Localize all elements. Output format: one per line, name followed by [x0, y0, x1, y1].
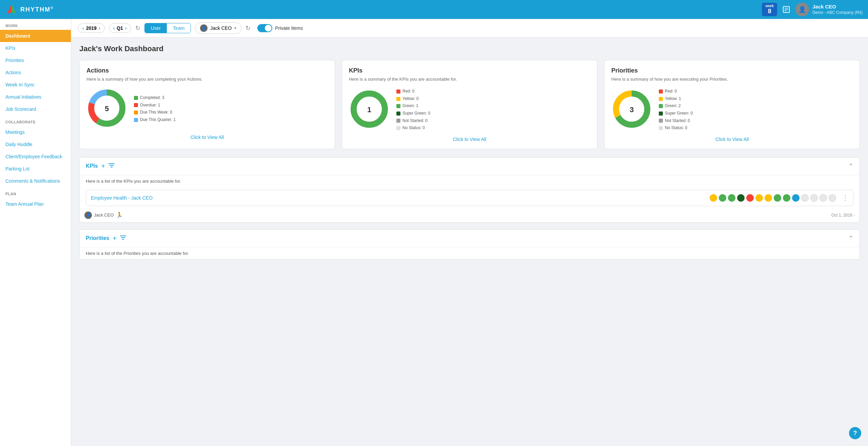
- kpi-dot-14: [829, 194, 836, 202]
- sidebar-item-client-feedback[interactable]: Client/Employee Feedback: [0, 150, 71, 163]
- notes-icon-button[interactable]: [781, 4, 791, 15]
- kpis-section-title: KPIs: [86, 163, 98, 169]
- quarter-prev-arrow[interactable]: ‹: [113, 25, 115, 31]
- actions-card-title: Actions: [86, 67, 328, 74]
- sidebar: WORK Dashboard KPIs Priorities Actions W…: [0, 19, 71, 446]
- help-button[interactable]: ?: [849, 427, 861, 439]
- priorities-card-content: 3 Red: 0 Yellow: 1 Green: 2 Super Green:…: [611, 88, 853, 132]
- priorities-section-header: Priorities + ⌃: [80, 230, 860, 247]
- kpi-dot-12: [810, 194, 818, 202]
- kpi-dot-7: [765, 194, 772, 202]
- user-select-label: Jack CEO: [210, 25, 232, 31]
- app-layout: WORK Dashboard KPIs Priorities Actions W…: [0, 19, 868, 446]
- year-prev-arrow[interactable]: ‹: [82, 25, 84, 31]
- priorities-card-desc: Here is a summary of how you are executi…: [611, 76, 853, 82]
- kpi-dot-4: [737, 194, 745, 202]
- user-info: 👤 Jack CEO Demo - ABC Company (R4): [795, 3, 863, 16]
- view-user-button[interactable]: User: [145, 23, 167, 33]
- chevron-down-icon: ▾: [234, 26, 236, 31]
- kpi-dots-employee-health: [710, 194, 836, 202]
- actions-donut: 5: [86, 88, 127, 130]
- sidebar-item-parking-lot[interactable]: Parking Lot: [0, 163, 71, 175]
- quarter-label: Q1: [117, 25, 123, 31]
- refresh-button[interactable]: ↻: [135, 24, 140, 32]
- actions-legend: Completed: 3 Overdue: 1 Due This Week: 0…: [134, 94, 176, 123]
- priorities-view-all-link[interactable]: Click to View All: [611, 137, 853, 142]
- kpi-dot-1: [710, 194, 717, 202]
- sidebar-item-team-annual-plan[interactable]: Team Annual Plan: [0, 198, 71, 210]
- cards-row: Actions Here is a summary of how you are…: [79, 60, 860, 149]
- priorities-legend: Red: 0 Yellow: 1 Green: 2 Super Green: 0…: [659, 88, 693, 132]
- kpis-add-button[interactable]: +: [101, 162, 105, 170]
- sidebar-item-meetings[interactable]: Meetings: [0, 126, 71, 138]
- sidebar-item-priorities[interactable]: Priorities: [0, 54, 71, 66]
- sidebar-item-comments-notifications[interactable]: Comments & Notifications: [0, 175, 71, 187]
- kpi-owner-name: Jack CEO: [94, 212, 114, 218]
- priorities-filter-button[interactable]: [120, 235, 126, 241]
- actions-view-all-link[interactable]: Click to View All: [86, 135, 328, 140]
- actions-card: Actions Here is a summary of how you are…: [79, 60, 335, 149]
- kpi-dot-13: [820, 194, 827, 202]
- kpi-dot-11: [801, 194, 809, 202]
- kpi-owner-row: 👤 Jack CEO 🏃 Oct 1, 2018 -: [80, 211, 860, 222]
- sidebar-item-job-scorecard[interactable]: Job Scorecard: [0, 103, 71, 115]
- main-content: ‹ 2019 › ‹ Q1 › ↻ User Team 👤 Jack CEO ▾…: [71, 19, 868, 446]
- kpi-dot-10: [792, 194, 800, 202]
- kpis-card-title: KPIs: [349, 67, 590, 74]
- private-items-toggle[interactable]: Private Items: [257, 24, 303, 32]
- sidebar-item-daily-huddle[interactable]: Daily Huddle: [0, 138, 71, 150]
- kpi-dot-5: [746, 194, 754, 202]
- kpis-section: KPIs + ⌃ Here is a list of the KPIs you …: [79, 157, 860, 223]
- sidebar-item-actions[interactable]: Actions: [0, 66, 71, 79]
- priorities-collapse-button[interactable]: ⌃: [848, 235, 853, 242]
- kpi-dot-9: [783, 194, 790, 202]
- quarter-next-arrow[interactable]: ›: [125, 25, 127, 31]
- quarter-nav[interactable]: ‹ Q1 ›: [109, 23, 131, 33]
- priorities-section: Priorities + ⌃ Here is a list of the Pri…: [79, 229, 860, 260]
- kpi-more-button[interactable]: ⋮: [842, 194, 848, 202]
- kpis-donut-label: 1: [367, 105, 371, 114]
- priorities-add-button[interactable]: +: [113, 235, 117, 242]
- view-team-button[interactable]: Team: [167, 23, 191, 33]
- toggle-control[interactable]: [257, 24, 272, 32]
- kpi-name-employee-health[interactable]: Employee Health - Jack CEO: [91, 195, 153, 201]
- kpis-collapse-button[interactable]: ⌃: [848, 162, 853, 170]
- rhythm-logo-icon: [5, 3, 18, 16]
- view-toggle: User Team: [144, 23, 191, 33]
- sidebar-item-kpis[interactable]: KPIs: [0, 42, 71, 54]
- priorities-section-title: Priorities: [86, 235, 109, 241]
- user-select-avatar: 👤: [200, 24, 208, 32]
- logo-area: RHYTHM®: [5, 3, 54, 16]
- kpis-view-all-link[interactable]: Click to View All: [349, 137, 590, 142]
- year-label: 2019: [86, 25, 97, 31]
- work-section-label: WORK: [0, 19, 71, 30]
- priorities-card: Priorities Here is a summary of how you …: [604, 60, 860, 149]
- kpis-donut: 1: [349, 89, 390, 131]
- kpis-filter-button[interactable]: [108, 163, 115, 169]
- priorities-donut: 3: [611, 89, 652, 131]
- sidebar-item-week-in-sync[interactable]: Week In Sync: [0, 79, 71, 91]
- priorities-donut-label: 3: [630, 105, 634, 114]
- year-nav[interactable]: ‹ 2019 ›: [78, 23, 105, 33]
- kpi-dot-8: [774, 194, 781, 202]
- actions-donut-label: 5: [105, 104, 109, 113]
- sidebar-item-dashboard[interactable]: Dashboard: [0, 30, 71, 42]
- kpi-row-employee-health: Employee Health - Jack CEO: [86, 190, 853, 206]
- week-badge: week 8: [762, 3, 777, 16]
- kpi-owner-avatar: 👤: [84, 211, 92, 219]
- priorities-card-title: Priorities: [611, 67, 853, 74]
- refresh-button-2[interactable]: ↻: [245, 24, 251, 32]
- priorities-section-desc: Here is a list of the Priorities you are…: [80, 247, 860, 259]
- kpis-section-desc: Here is a list of the KPIs you are accou…: [80, 175, 860, 187]
- actions-card-content: 5 Completed: 3 Overdue: 1 Due This Week:…: [86, 88, 328, 130]
- sidebar-item-annual-initiatives[interactable]: Annual Initiatives: [0, 91, 71, 103]
- kpi-dot-2: [719, 194, 726, 202]
- top-nav: RHYTHM® week 8 👤 Jack CEO Demo - ABC Com…: [0, 0, 868, 19]
- kpis-section-header: KPIs + ⌃: [80, 158, 860, 175]
- toggle-label: Private Items: [275, 25, 303, 31]
- user-select-button[interactable]: 👤 Jack CEO ▾: [195, 22, 241, 34]
- kpis-card-desc: Here is a summary of the KPIs you are ac…: [349, 76, 590, 82]
- user-avatar: 👤: [795, 3, 809, 16]
- year-next-arrow[interactable]: ›: [99, 25, 100, 31]
- actions-card-desc: Here is a summary of how you are complet…: [86, 76, 328, 82]
